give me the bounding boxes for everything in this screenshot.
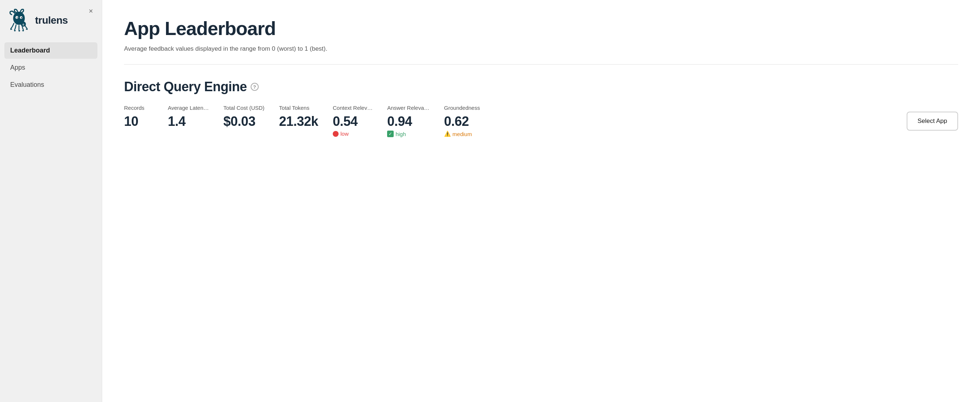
metric-context-relev-label: Context Relev… <box>333 105 372 111</box>
metric-records: Records 10 <box>124 105 168 129</box>
sidebar-item-leaderboard[interactable]: Leaderboard <box>5 42 97 59</box>
help-icon[interactable]: ? <box>251 83 259 91</box>
sidebar-item-evaluations[interactable]: Evaluations <box>5 76 97 93</box>
brand-name: trulens <box>35 14 68 26</box>
metric-records-value: 10 <box>124 114 153 129</box>
metric-avg-latency-label: Average Laten… <box>168 105 209 111</box>
status-warning-icon: ⚠️ <box>444 130 450 137</box>
svg-text:0: 0 <box>22 23 24 26</box>
metric-records-label: Records <box>124 105 153 111</box>
metric-total-cost: Total Cost (USD) $0.03 <box>223 105 279 129</box>
main-content: App Leaderboard Average feedback values … <box>102 0 980 402</box>
section-divider <box>124 64 958 65</box>
metric-groundedness-label: Groundedness <box>444 105 480 111</box>
status-red-dot <box>333 131 339 137</box>
app-section-title: Direct Query Engine <box>124 79 247 94</box>
metric-context-relev-status: low <box>333 130 372 137</box>
svg-point-4 <box>21 17 22 18</box>
metric-answer-releva: Answer Releva… 0.94 ✓ high <box>387 105 444 137</box>
metric-groundedness-value: 0.62 <box>444 114 480 129</box>
metric-groundedness: Groundedness 0.62 ⚠️ medium <box>444 105 495 137</box>
metric-answer-releva-value: 0.94 <box>387 114 430 129</box>
app-section: Direct Query Engine ? Records 10 Average… <box>124 79 958 137</box>
metric-answer-releva-label: Answer Releva… <box>387 105 430 111</box>
nav-list: Leaderboard Apps Evaluations <box>0 40 102 96</box>
sidebar-nav: Leaderboard Apps Evaluations <box>0 40 102 96</box>
svg-point-5 <box>16 16 19 19</box>
metric-total-cost-value: $0.03 <box>223 114 264 129</box>
metric-groundedness-status: ⚠️ medium <box>444 130 480 137</box>
metric-total-tokens: Total Tokens 21.32k <box>279 105 333 129</box>
close-button[interactable]: × <box>86 6 96 16</box>
metrics-row: Records 10 Average Laten… 1.4 Total Cost… <box>124 105 958 137</box>
page-subtitle: Average feedback values displayed in the… <box>124 45 958 52</box>
sidebar-item-apps[interactable]: Apps <box>5 59 97 76</box>
sidebar: 0 trulens × Leaderboard Apps Evaluations <box>0 0 102 402</box>
brand-logo: 0 <box>7 9 31 32</box>
sidebar-header: 0 trulens × <box>0 0 102 40</box>
app-section-header: Direct Query Engine ? <box>124 79 958 94</box>
metric-total-tokens-label: Total Tokens <box>279 105 318 111</box>
page-title: App Leaderboard <box>124 17 958 40</box>
metric-total-tokens-value: 21.32k <box>279 114 318 129</box>
metric-avg-latency-value: 1.4 <box>168 114 209 129</box>
status-check-icon: ✓ <box>387 130 394 137</box>
metric-avg-latency: Average Laten… 1.4 <box>168 105 223 129</box>
logo-container: 0 trulens <box>7 9 68 32</box>
metric-context-relev-value: 0.54 <box>333 114 372 129</box>
metric-total-cost-label: Total Cost (USD) <box>223 105 264 111</box>
metric-answer-releva-status: ✓ high <box>387 130 430 137</box>
select-app-button[interactable]: Select App <box>907 112 958 130</box>
metric-context-relev: Context Relev… 0.54 low <box>333 105 387 137</box>
